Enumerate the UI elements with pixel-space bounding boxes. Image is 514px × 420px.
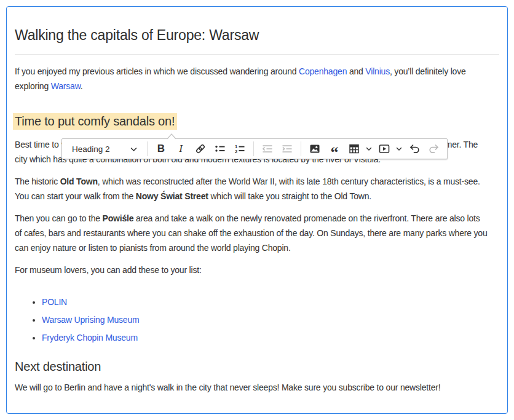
bulleted-list-icon bbox=[214, 143, 226, 155]
museum-link-polin[interactable]: POLIN bbox=[42, 297, 67, 307]
highlighted-heading-text: Time to put comfy sandals on! bbox=[13, 113, 177, 130]
media-dropdown-chevron[interactable] bbox=[394, 140, 403, 157]
svg-text:2: 2 bbox=[235, 149, 237, 154]
indent-button[interactable] bbox=[278, 140, 296, 157]
intro-paragraph: If you enjoyed my previous articles in w… bbox=[15, 64, 499, 93]
redo-button[interactable] bbox=[425, 140, 443, 157]
undo-icon bbox=[408, 143, 421, 155]
old-town-paragraph: The historic Old Town, which was reconst… bbox=[15, 174, 499, 204]
list-item: Warsaw Uprising Museum bbox=[42, 311, 499, 329]
bold-text-run: Nowy Świat Street bbox=[136, 191, 208, 201]
link-icon bbox=[194, 143, 207, 155]
text-run: . bbox=[81, 81, 83, 91]
list-item: POLIN bbox=[42, 293, 499, 311]
bold-text-run: Old Town bbox=[60, 176, 98, 186]
text-run: If you enjoyed my previous articles in w… bbox=[15, 66, 299, 76]
block-quote-button[interactable]: “ bbox=[325, 140, 344, 157]
italic-button[interactable]: I bbox=[172, 140, 190, 157]
italic-icon: I bbox=[179, 143, 183, 155]
editor-canvas: Walking the capitals of Europe: Warsaw I… bbox=[0, 0, 514, 420]
numbered-list-icon: 1 2 bbox=[234, 143, 246, 155]
outdent-button[interactable] bbox=[258, 140, 277, 157]
bold-icon: B bbox=[157, 143, 165, 155]
museum-link-uprising[interactable]: Warsaw Uprising Museum bbox=[42, 315, 139, 325]
document-title: Walking the capitals of Europe: Warsaw bbox=[15, 26, 499, 55]
inline-link[interactable]: Warsaw bbox=[51, 81, 81, 91]
bold-text-run: Powiśle bbox=[103, 213, 134, 223]
text-run: which will take you straight to the Old … bbox=[208, 191, 371, 201]
powisle-paragraph: Then you can go to the Powiśle area and … bbox=[15, 211, 499, 255]
rich-text-editor-editable[interactable]: Walking the capitals of Europe: Warsaw I… bbox=[6, 6, 508, 414]
text-run: For museum lovers, you can add these to … bbox=[15, 265, 202, 275]
text-run: Then you can go to the bbox=[15, 213, 103, 223]
block-quote-icon: “ bbox=[331, 149, 339, 156]
inline-link[interactable]: Copenhagen bbox=[299, 66, 347, 76]
museums-intro-paragraph: For museum lovers, you can add these to … bbox=[15, 263, 499, 277]
link-button[interactable] bbox=[191, 140, 210, 157]
insert-table-button[interactable] bbox=[345, 140, 363, 157]
insert-media-button[interactable] bbox=[375, 140, 393, 157]
redo-icon bbox=[428, 143, 440, 155]
toolbar-separator bbox=[301, 141, 301, 156]
document-content: Walking the capitals of Europe: Warsaw I… bbox=[7, 26, 507, 395]
toolbar-separator bbox=[253, 141, 254, 156]
numbered-list-button[interactable]: 1 2 bbox=[231, 140, 249, 157]
insert-image-button[interactable] bbox=[306, 140, 324, 157]
chevron-down-icon bbox=[130, 143, 137, 154]
text-run: of cafes, bars and restaurants where you… bbox=[15, 228, 487, 238]
table-dropdown-chevron[interactable] bbox=[364, 140, 373, 157]
balloon-arrow-fill bbox=[167, 135, 176, 140]
heading-dropdown-label: Heading 2 bbox=[72, 145, 110, 154]
indent-icon bbox=[281, 143, 293, 155]
text-run: , which was reconstructed after the Worl… bbox=[98, 176, 480, 186]
image-icon bbox=[309, 143, 321, 155]
table-icon bbox=[348, 143, 360, 155]
text-run: The historic bbox=[15, 176, 60, 186]
bulleted-list-button[interactable] bbox=[211, 140, 229, 157]
toolbar-separator bbox=[147, 141, 148, 156]
media-icon bbox=[378, 143, 390, 155]
text-run: exploring bbox=[15, 81, 51, 91]
text-run: can enjoy nature or listen to pianists f… bbox=[15, 243, 291, 253]
text-run: You can start your walk from the bbox=[15, 191, 136, 201]
section-heading-destination: Next destination bbox=[15, 358, 499, 375]
text-run: and bbox=[347, 66, 365, 76]
next-destination-paragraph: We will go to Berlin and have a night's … bbox=[15, 380, 499, 395]
balloon-toolbar: Heading 2 B I bbox=[61, 138, 448, 159]
section-heading-sandals: Time to put comfy sandals on! bbox=[15, 113, 499, 130]
bold-button[interactable]: B bbox=[152, 140, 170, 157]
inline-link[interactable]: Vilnius bbox=[365, 66, 390, 76]
text-run: , you’ll definitely love bbox=[390, 66, 466, 76]
outdent-icon bbox=[261, 143, 274, 155]
museum-link-chopin[interactable]: Fryderyk Chopin Museum bbox=[42, 333, 138, 343]
undo-button[interactable] bbox=[405, 140, 424, 157]
text-run: We will go to Berlin and have a night's … bbox=[15, 382, 440, 392]
museum-list: POLIN Warsaw Uprising Museum Fryderyk Ch… bbox=[15, 293, 499, 347]
text-run: area and take a walk on the newly renova… bbox=[133, 213, 480, 223]
heading-dropdown[interactable]: Heading 2 bbox=[65, 140, 143, 157]
list-item: Fryderyk Chopin Museum bbox=[42, 329, 499, 347]
